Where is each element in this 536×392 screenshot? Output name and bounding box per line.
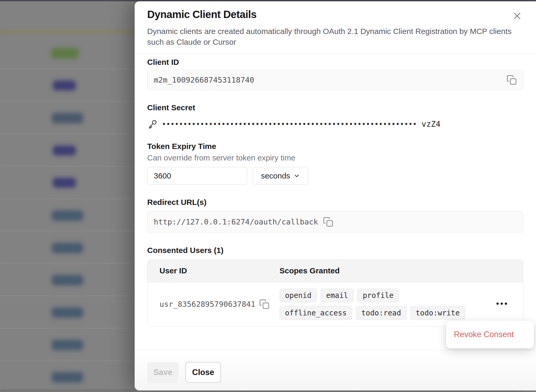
close-button[interactable]: Close — [185, 362, 221, 383]
client-secret-row: ••••••••••••••••••••••••••••••••••••••••… — [147, 119, 523, 129]
dialog-footer: Save Close — [135, 350, 536, 390]
background-badge-blob — [53, 178, 76, 188]
redirect-url-value: http://127.0.0.1:6274/oauth/callback — [154, 217, 318, 226]
token-expiry-input[interactable] — [147, 167, 247, 185]
user-id-value: usr_83562895790637841 — [159, 300, 255, 309]
column-header-user-id: User ID — [147, 266, 280, 275]
client-id-label: Client ID — [147, 58, 523, 67]
redirect-urls-label: Redirect URL(s) — [147, 198, 523, 207]
copy-icon — [506, 75, 517, 85]
user-id-cell: usr_83562895790637841 — [147, 299, 280, 309]
background-badge-blob — [52, 210, 83, 221]
consented-users-heading: Consented Users (1) — [147, 246, 523, 255]
redirect-url-field: http://127.0.0.1:6274/oauth/callback — [147, 211, 523, 233]
table-row: usr_83562895790637841 openidemailprofile… — [147, 282, 523, 326]
background-badge-blob — [52, 340, 83, 350]
token-expiry-helper: Can override from server token expiry ti… — [147, 153, 523, 163]
background-badge-blob — [53, 80, 76, 90]
copy-redirect-url-button[interactable] — [323, 217, 333, 227]
background-badge-blob — [52, 275, 83, 285]
copy-icon — [323, 217, 333, 227]
dialog-title: Dynamic Client Details — [147, 9, 519, 20]
background-badge-blob — [52, 243, 83, 253]
row-actions-menu-button[interactable] — [494, 300, 510, 308]
copy-client-id-button[interactable] — [506, 75, 517, 85]
copy-icon — [259, 299, 270, 309]
token-expiry-unit-select[interactable]: seconds — [253, 167, 308, 185]
close-icon — [512, 11, 522, 21]
column-header-scopes: Scopes Granted — [280, 266, 523, 275]
ellipsis-icon — [496, 302, 508, 305]
scope-chip: email — [321, 289, 353, 302]
scope-chip: offline_access — [280, 306, 352, 320]
scope-chip: todo:write — [410, 306, 465, 320]
close-dialog-button[interactable] — [511, 10, 523, 22]
copy-user-id-button[interactable] — [259, 299, 270, 309]
token-expiry-row: seconds — [147, 167, 523, 185]
save-button[interactable]: Save — [147, 362, 179, 383]
revoke-consent-menu-item[interactable]: Revoke Consent — [454, 330, 514, 339]
client-id-value: m2m_100926687453118740 — [154, 76, 254, 84]
key-icon — [147, 119, 158, 129]
client-secret-label: Client Secret — [147, 103, 523, 112]
background-badge-blob — [53, 146, 76, 155]
background-banner-blur — [0, 29, 136, 35]
scope-chip: todo:read — [356, 306, 407, 320]
dialog-description: Dynamic clients are created automaticall… — [147, 26, 513, 48]
scope-chip: openid — [280, 289, 317, 302]
token-expiry-unit-value: seconds — [261, 171, 290, 180]
background-badge-blob — [52, 113, 83, 123]
background-badge-blob — [52, 307, 83, 318]
client-secret-suffix: vzZ4 — [421, 119, 440, 129]
dialog-content: Client ID m2m_100926687453118740 Client … — [135, 54, 536, 326]
consented-users-table: User ID Scopes Granted usr_8356289579063… — [147, 260, 523, 326]
dialog-header: Dynamic Client Details Dynamic clients a… — [135, 1, 536, 54]
client-secret-masked: ••••••••••••••••••••••••••••••••••••••••… — [162, 120, 417, 128]
chevron-down-icon — [293, 172, 300, 179]
scope-chip: profile — [357, 289, 399, 302]
client-id-field: m2m_100926687453118740 — [147, 70, 523, 90]
scopes-cell: openidemailprofileoffline_accesstodo:rea… — [280, 289, 473, 320]
dynamic-client-details-dialog: Dynamic Client Details Dynamic clients a… — [135, 1, 536, 390]
token-expiry-label: Token Expiry Time — [147, 142, 523, 151]
row-actions-menu: Revoke Consent — [446, 321, 534, 348]
background-badge-blob — [51, 48, 78, 59]
consented-users-header-row: User ID Scopes Granted — [147, 260, 523, 282]
background-bottom-strip — [0, 389, 136, 392]
background-badge-blob — [52, 372, 83, 383]
